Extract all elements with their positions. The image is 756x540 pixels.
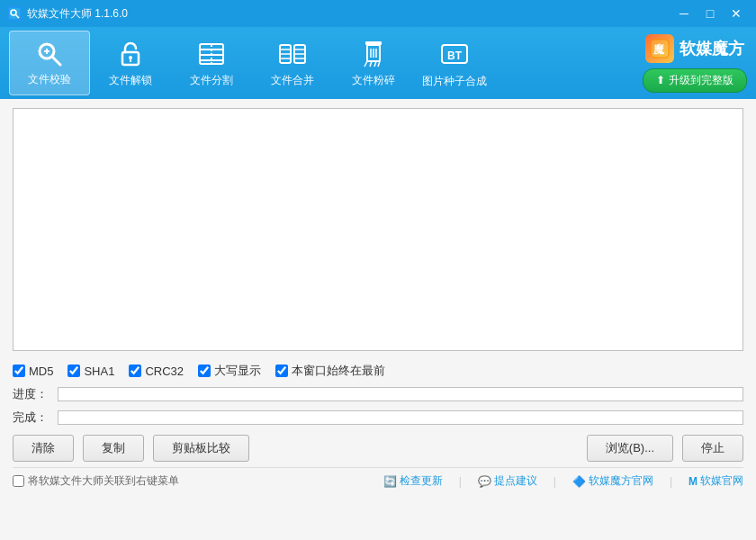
complete-label: 完成：	[13, 410, 58, 426]
copy-button[interactable]: 复制	[83, 435, 144, 462]
option-sha1[interactable]: SHA1	[68, 364, 114, 378]
app-icon	[7, 6, 22, 21]
toolbar: 文件校验 文件解锁 文件分割	[0, 27, 756, 99]
svg-text:魔: 魔	[652, 43, 665, 56]
minimize-button[interactable]: ─	[671, 3, 697, 24]
check-update-label: 检查更新	[400, 473, 443, 489]
option-alwaysontop[interactable]: 本窗口始终在最前	[275, 363, 385, 379]
complete-bar	[58, 410, 743, 425]
feedback-link[interactable]: 💬 提点建议	[478, 473, 537, 489]
toolbar-brand: 魔 软媒魔方 ⬆ 升级到完整版	[643, 34, 747, 93]
maximize-button[interactable]: □	[698, 3, 723, 24]
context-menu-option[interactable]: 将软媒文件大师关联到右键菜单	[13, 473, 179, 489]
right-buttons: 浏览(B)... 停止	[587, 435, 743, 462]
toolbar-item-bt[interactable]: BT 图片种子合成	[414, 31, 495, 95]
footer-left: 将软媒文件大师关联到右键菜单	[13, 473, 179, 489]
check-update-link[interactable]: 🔄 检查更新	[383, 473, 443, 489]
checkbox-uppercase[interactable]	[198, 364, 211, 377]
options-row: MD5 SHA1 CRC32 大写显示 本窗口始终在最前	[13, 354, 743, 384]
browse-button[interactable]: 浏览(B)...	[587, 435, 673, 462]
ruanmei-label: 软媒官网	[700, 473, 743, 489]
brand-name: 软媒魔方	[680, 38, 744, 59]
title-bar: 软媒文件大师 1.1.6.0 ─ □ ✕	[0, 0, 756, 27]
svg-point-8	[129, 56, 132, 59]
checkbox-crc32[interactable]	[129, 364, 141, 377]
close-button[interactable]: ✕	[724, 3, 749, 24]
toolbar-bt-label: 图片种子合成	[422, 74, 487, 89]
lock-icon	[114, 38, 147, 69]
refresh-icon: 🔄	[383, 475, 397, 488]
toolbar-item-checksum[interactable]: 文件校验	[9, 31, 90, 95]
website-label: 软媒魔方官网	[589, 473, 653, 489]
option-md5[interactable]: MD5	[13, 364, 53, 378]
option-crc32[interactable]: CRC32	[129, 364, 184, 378]
clipboard-button[interactable]: 剪贴板比较	[153, 435, 249, 462]
progress-row: 进度：	[13, 384, 743, 404]
split-icon	[195, 38, 228, 69]
label-alwaysontop: 本窗口始终在最前	[292, 363, 385, 379]
checkbox-alwaysontop[interactable]	[275, 364, 288, 377]
progress-bar	[58, 387, 743, 401]
feedback-label: 提点建议	[494, 473, 537, 489]
toolbar-item-merge[interactable]: 文件合并	[252, 31, 333, 95]
ruanmei-link[interactable]: M 软媒官网	[688, 473, 743, 489]
shred-icon	[357, 38, 390, 69]
svg-text:BT: BT	[447, 50, 463, 62]
checkbox-sha1[interactable]	[68, 364, 80, 377]
search-icon	[33, 39, 66, 68]
upgrade-label: 升级到完整版	[669, 73, 734, 88]
chat-icon: 💬	[478, 475, 491, 488]
toolbar-merge-label: 文件合并	[271, 73, 314, 88]
label-crc32: CRC32	[145, 364, 184, 378]
option-uppercase[interactable]: 大写显示	[198, 363, 261, 379]
bt-icon: BT	[438, 38, 471, 70]
website-link[interactable]: 🔷 软媒魔方官网	[572, 473, 653, 489]
toolbar-item-unlock[interactable]: 文件解锁	[90, 31, 171, 95]
progress-label: 进度：	[13, 386, 58, 402]
upgrade-icon: ⬆	[656, 74, 665, 86]
brand-website-icon: 🔷	[572, 475, 586, 488]
divider-3: |	[670, 475, 672, 488]
divider-1: |	[459, 475, 462, 488]
toolbar-item-shred[interactable]: 文件粉碎	[333, 31, 414, 95]
complete-row: 完成：	[13, 408, 743, 428]
file-drop-area[interactable]	[13, 108, 743, 351]
m-icon: M	[688, 475, 698, 488]
checkbox-md5[interactable]	[13, 364, 25, 377]
context-menu-label: 将软媒文件大师关联到右键菜单	[28, 473, 179, 489]
merge-icon	[276, 38, 309, 69]
label-uppercase: 大写显示	[214, 363, 261, 379]
upgrade-button[interactable]: ⬆ 升级到完整版	[643, 68, 747, 93]
brand-icon: 魔	[645, 34, 674, 63]
toolbar-item-split[interactable]: 文件分割	[171, 31, 252, 95]
toolbar-split-label: 文件分割	[190, 73, 233, 88]
stop-button[interactable]: 停止	[682, 435, 743, 462]
label-sha1: SHA1	[84, 364, 114, 378]
checkbox-context-menu[interactable]	[13, 475, 24, 487]
footer: 将软媒文件大师关联到右键菜单 🔄 检查更新 | 💬 提点建议 | 🔷 软媒魔方官…	[13, 467, 743, 489]
main-content: MD5 SHA1 CRC32 大写显示 本窗口始终在最前 进度： 完成： 清除 …	[0, 99, 756, 540]
app-title: 软媒文件大师 1.1.6.0	[27, 6, 671, 22]
toolbar-shred-label: 文件粉碎	[352, 73, 395, 88]
brand-logo: 魔 软媒魔方	[645, 34, 744, 63]
svg-line-4	[52, 57, 60, 65]
buttons-row: 清除 复制 剪贴板比较 浏览(B)... 停止	[13, 428, 743, 467]
clear-button[interactable]: 清除	[13, 435, 74, 462]
window-controls: ─ □ ✕	[671, 3, 749, 24]
footer-links: 🔄 检查更新 | 💬 提点建议 | 🔷 软媒魔方官网 | M 软媒官网	[383, 473, 743, 489]
divider-2: |	[554, 475, 556, 488]
toolbar-checksum-label: 文件校验	[28, 72, 71, 87]
toolbar-unlock-label: 文件解锁	[109, 73, 152, 88]
label-md5: MD5	[29, 364, 53, 378]
